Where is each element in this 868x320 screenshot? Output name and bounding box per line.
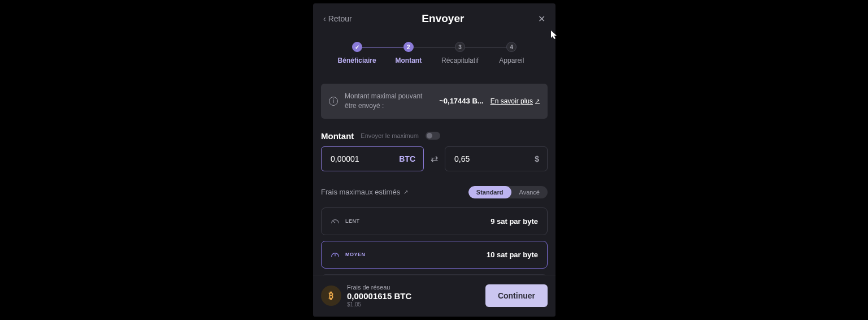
modal-header: ‹ Retour Envoyer ✕ [313, 3, 555, 31]
fee-option-slow[interactable]: LENT 9 sat par byte [321, 207, 548, 235]
stepper: ✓ Bénéficiaire 2 Montant 3 Récapitulatif… [313, 31, 555, 73]
gauge-slow-icon [331, 218, 340, 224]
swap-icon: ⇄ [431, 154, 438, 163]
fee-options-list: LENT 9 sat par byte MOYEN 10 sat par byt… [321, 207, 548, 275]
max-amount-label: Montant maximal pouvant être envoyé : [345, 92, 433, 111]
network-fee-value: 0,00001615 BTC [347, 291, 411, 301]
fee-option-left: LENT [331, 218, 360, 224]
fiat-amount-field[interactable]: $ [445, 146, 548, 171]
info-text-block: Montant maximal pouvant être envoyé : ~0… [345, 92, 484, 111]
step-recapitulatif[interactable]: 3 Récapitulatif [435, 42, 486, 64]
fees-title-text: Frais maximaux estimés [321, 188, 400, 196]
chevron-left-icon: ‹ [323, 14, 326, 23]
amount-title: Montant [321, 131, 354, 141]
cursor-icon [551, 31, 558, 40]
step-circle: 4 [506, 42, 517, 52]
max-amount-value: ~0,17443 B... [439, 97, 483, 105]
amount-section-head: Montant Envoyer le maximum [321, 131, 548, 141]
fee-summary-block: ₿ Frais de réseau 0,00001615 BTC $1,05 [321, 284, 411, 308]
close-icon: ✕ [538, 14, 545, 24]
coin-symbol: ₿ [329, 291, 333, 301]
crypto-amount-input[interactable] [329, 154, 396, 164]
info-icon: i [329, 97, 338, 106]
step-label: Bénéficiaire [338, 57, 376, 64]
bitcoin-icon: ₿ [321, 286, 341, 306]
step-appareil[interactable]: 4 Appareil [486, 42, 537, 64]
fee-rate: 9 sat par byte [491, 217, 538, 226]
step-circle: ✓ [352, 42, 362, 52]
crypto-amount-field[interactable]: BTC [321, 146, 424, 171]
continue-button[interactable]: Continuer [485, 284, 548, 307]
send-max-label: Envoyer le maximum [361, 132, 419, 139]
step-connector [357, 47, 409, 47]
step-montant[interactable]: 2 Montant [383, 42, 434, 64]
crypto-unit: BTC [399, 154, 415, 163]
network-fee-fiat: $1,05 [347, 301, 411, 308]
step-label: Appareil [499, 57, 524, 64]
step-circle: 3 [455, 42, 465, 52]
external-link-icon: ↗ [535, 98, 540, 104]
check-icon: ✓ [355, 44, 359, 50]
fee-option-fast[interactable]: RAPIDE 11 sat par byte [321, 274, 548, 275]
max-amount-banner: i Montant maximal pouvant être envoyé : … [321, 84, 548, 119]
learn-more-link[interactable]: En savoir plus ↗ [491, 97, 540, 105]
segment-advanced[interactable]: Avancé [511, 186, 548, 198]
send-max-toggle[interactable] [426, 132, 440, 140]
network-fee-label: Frais de réseau [347, 284, 411, 291]
back-button[interactable]: ‹ Retour [323, 14, 352, 23]
fee-rate: 10 sat par byte [487, 250, 538, 259]
step-beneficiaire[interactable]: ✓ Bénéficiaire [331, 42, 383, 64]
modal-title: Envoyer [352, 12, 534, 25]
back-label: Retour [328, 14, 352, 23]
modal-footer: ₿ Frais de réseau 0,00001615 BTC $1,05 C… [313, 275, 555, 317]
learn-more-text: En savoir plus [491, 97, 533, 105]
fees-title: Frais maximaux estimés ↗ [321, 188, 408, 196]
fee-mode-segment: Standard Avancé [468, 186, 548, 198]
toggle-knob [427, 133, 432, 139]
fee-option-medium[interactable]: MOYEN 10 sat par byte [321, 241, 548, 269]
close-button[interactable]: ✕ [534, 14, 545, 24]
send-modal: ‹ Retour Envoyer ✕ ✓ Bénéficiaire 2 Mont… [313, 3, 555, 317]
fee-speed-label: LENT [345, 218, 360, 224]
step-label: Montant [396, 57, 422, 64]
fee-option-left: MOYEN [331, 252, 366, 257]
amount-inputs: BTC ⇄ $ [321, 146, 548, 171]
fee-summary: Frais de réseau 0,00001615 BTC $1,05 [347, 284, 411, 308]
svg-line-0 [333, 221, 335, 223]
fiat-amount-input[interactable] [453, 154, 531, 164]
modal-content[interactable]: i Montant maximal pouvant être envoyé : … [313, 73, 555, 275]
segment-standard[interactable]: Standard [468, 186, 511, 198]
step-label: Récapitulatif [441, 57, 479, 64]
step-circle: 2 [403, 42, 414, 52]
step-connector [409, 47, 460, 47]
fees-section-head: Frais maximaux estimés ↗ Standard Avancé [321, 186, 548, 198]
swap-button[interactable]: ⇄ [429, 153, 439, 164]
fiat-unit: $ [535, 154, 539, 163]
gauge-medium-icon [331, 252, 340, 257]
external-link-icon[interactable]: ↗ [403, 189, 408, 195]
step-connector [460, 47, 511, 47]
fee-speed-label: MOYEN [345, 252, 366, 257]
